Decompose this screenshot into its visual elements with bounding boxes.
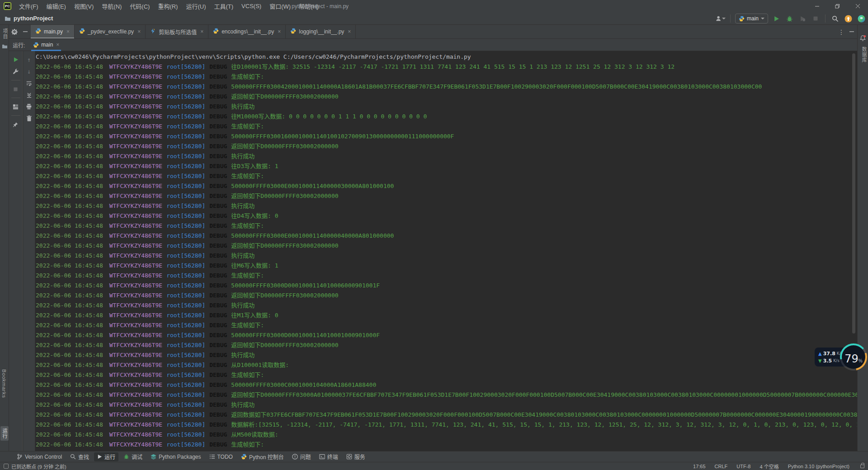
run-button[interactable]: [771, 14, 781, 24]
toolwindow-button-problems[interactable]: 问题: [289, 452, 314, 461]
debug-button[interactable]: [784, 14, 794, 24]
editor-tab-0[interactable]: main.py×: [31, 25, 75, 38]
log-line-15: 2022-06-06 16:45:48WTFCXYKZY486T9Eroot[5…: [36, 211, 857, 221]
update-project-icon[interactable]: [843, 14, 853, 24]
hide-window-icon[interactable]: [849, 28, 854, 36]
log-logger: root[56280]: [166, 371, 205, 378]
run-with-coverage-button[interactable]: [797, 14, 807, 24]
up-stack-trace-icon[interactable]: ↑: [24, 55, 34, 65]
close-window-button[interactable]: [848, 0, 868, 12]
toolwindow-button-debug[interactable]: 调试: [120, 452, 146, 461]
log-line-11: 2022-06-06 16:45:48WTFCXYKZY486T9Eroot[5…: [36, 171, 857, 181]
file-encoding[interactable]: UTF-8: [736, 464, 750, 469]
sidebar-item-run[interactable]: 运行: [0, 426, 9, 441]
soft-wrap-icon[interactable]: [24, 78, 34, 88]
log-line-0: 2022-06-06 16:45:48WTFCXYKZY486T9Eroot[5…: [36, 62, 857, 72]
indent-setting[interactable]: 4 个空格: [760, 463, 778, 470]
folder-icon: [5, 16, 11, 21]
wrench-settings-icon[interactable]: [11, 66, 21, 76]
run-console-output[interactable]: C:\Users\cw0246\PycharmProjects\pythonPr…: [36, 51, 857, 451]
editor-tab-3[interactable]: encodings\__init__.py×: [208, 25, 286, 38]
down-stack-trace-icon[interactable]: ↓: [24, 66, 34, 76]
clear-all-icon[interactable]: [24, 113, 34, 123]
toolwindow-button-find[interactable]: 查找: [67, 452, 92, 461]
menu-item-5[interactable]: 重构(R): [154, 0, 182, 12]
console-scrollbar[interactable]: [852, 53, 855, 334]
search-everywhere-icon[interactable]: [830, 14, 840, 24]
run-session-tab[interactable]: main ×: [31, 39, 61, 51]
menu-item-0[interactable]: 文件(F): [15, 0, 42, 12]
close-icon[interactable]: ×: [200, 28, 203, 35]
log-level: DEBUG: [209, 123, 227, 130]
close-icon[interactable]: ×: [137, 28, 141, 35]
sidebar-item-project[interactable]: 项目: [1, 28, 9, 39]
tool-window-bar: Version Control查找运行调试Python PackagesTODO…: [0, 451, 868, 462]
log-level: DEBUG: [209, 381, 227, 388]
stop-button[interactable]: [811, 14, 821, 24]
lock-icon[interactable]: [860, 465, 864, 468]
log-level: DEBUG: [209, 183, 227, 189]
toolwindow-button-services[interactable]: 服务: [343, 452, 368, 461]
log-session-id: WTFCXYKZY486T9E: [109, 342, 162, 348]
log-session-id: WTFCXYKZY486T9E: [109, 272, 162, 279]
toolwindow-button-terminal[interactable]: 终端: [316, 452, 341, 461]
log-level: DEBUG: [209, 73, 227, 80]
sidebar-item-bookmarks[interactable]: Bookmarks: [1, 369, 7, 398]
menu-item-8[interactable]: VCS(S): [237, 0, 265, 12]
close-icon[interactable]: ×: [348, 28, 351, 35]
print-icon[interactable]: [24, 102, 34, 112]
toolwindow-button-todo[interactable]: TODO: [206, 452, 236, 461]
minimize-button[interactable]: [807, 0, 827, 12]
log-line-13: 2022-06-06 16:45:48WTFCXYKZY486T9Eroot[5…: [36, 191, 857, 201]
editor-tab-1[interactable]: _pydev_execfile.py×: [75, 25, 146, 38]
notifications-bell-icon[interactable]: [859, 35, 866, 43]
menu-item-3[interactable]: 导航(N): [98, 0, 126, 12]
menu-item-7[interactable]: 工具(T): [210, 0, 237, 12]
user-account-icon[interactable]: [716, 14, 726, 24]
pin-icon[interactable]: [11, 119, 21, 129]
toolwindow-button-run[interactable]: 运行: [94, 452, 118, 461]
hide-tabs-icon[interactable]: [20, 25, 31, 38]
window-title: pythonProject - main.py: [292, 0, 349, 12]
log-line-33: 2022-06-06 16:45:48WTFCXYKZY486T9Eroot[5…: [36, 390, 857, 400]
line-ending[interactable]: CRLF: [715, 464, 728, 469]
kebab-menu-icon[interactable]: ⋮: [838, 28, 844, 36]
log-line-2: 2022-06-06 16:45:48WTFCXYKZY486T9Eroot[5…: [36, 82, 857, 92]
project-selector[interactable]: pythonProject: [5, 15, 53, 22]
editor-tab-4[interactable]: logging\__init__.py×: [286, 25, 356, 38]
toolwindow-button-python-console[interactable]: Python 控制台: [238, 452, 287, 461]
close-icon[interactable]: ×: [56, 42, 59, 48]
editor-tab-2[interactable]: 剪贴板与所选值×: [146, 25, 208, 38]
close-icon[interactable]: ×: [66, 28, 70, 35]
gear-icon[interactable]: [9, 25, 20, 38]
menu-item-2[interactable]: 视图(V): [70, 0, 98, 12]
toolwindow-button-python-packages[interactable]: Python Packages: [147, 452, 204, 461]
folder-icon[interactable]: [2, 44, 8, 49]
caret-position[interactable]: 17:65: [693, 464, 706, 469]
close-icon[interactable]: ×: [278, 28, 281, 35]
menu-item-6[interactable]: 运行(U): [182, 0, 210, 12]
run-configuration-select[interactable]: main: [735, 14, 768, 24]
restore-layout-icon[interactable]: [11, 102, 21, 112]
editor-tabs: main.py×_pydev_execfile.py×剪贴板与所选值×encod…: [31, 25, 356, 38]
log-level: DEBUG: [209, 93, 227, 100]
search-icon: [70, 454, 76, 460]
log-message: 执行成功: [231, 202, 255, 209]
run-tool-window-header: 运行: main ×: [9, 39, 857, 51]
sidebar-item-database[interactable]: 数据库: [860, 47, 868, 63]
log-message: 生成帧如下:: [231, 123, 264, 130]
log-line-9: 2022-06-06 16:45:48WTFCXYKZY486T9Eroot[5…: [36, 151, 857, 161]
rerun-icon[interactable]: [11, 55, 21, 65]
code-with-me-icon[interactable]: [856, 14, 866, 24]
maximize-button[interactable]: [827, 0, 848, 12]
python-interpreter[interactable]: Python 3.10 (pythonProject): [788, 464, 849, 469]
log-session-id: WTFCXYKZY486T9E: [109, 123, 162, 130]
menu-item-1[interactable]: 编辑(E): [42, 0, 70, 12]
menu-item-4[interactable]: 代码(C): [126, 0, 154, 12]
right-tool-stripe: 数据库: [857, 25, 868, 451]
menu-item-9[interactable]: 窗口(W): [265, 0, 295, 12]
stop-icon[interactable]: [11, 84, 21, 94]
toolwindow-button-version-control[interactable]: Version Control: [14, 452, 65, 461]
scroll-to-end-icon[interactable]: [24, 90, 34, 100]
log-timestamp: 2022-06-06 16:45:48: [36, 202, 103, 209]
